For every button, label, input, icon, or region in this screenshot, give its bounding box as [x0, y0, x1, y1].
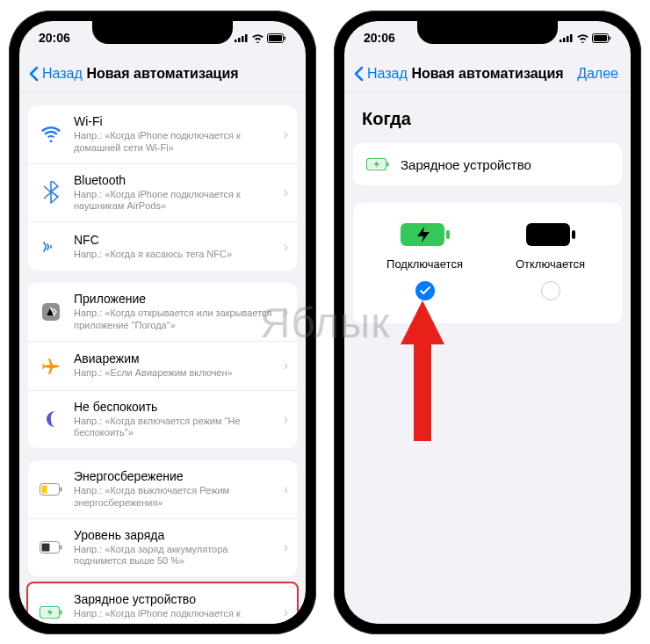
screen-left: 20:06 Назад Новая автоматизация — [19, 21, 306, 624]
nav-bar: Назад Новая автоматизация Далее — [344, 54, 631, 93]
nav-title: Новая автоматизация — [86, 66, 238, 82]
svg-rect-16 — [61, 610, 62, 614]
charger-config: Когда Зарядное устройство Подключается — [344, 93, 631, 624]
batterylevel-icon — [39, 535, 63, 560]
chevron-right-icon: › — [278, 239, 288, 255]
row-sub: Напр.: «Когда включается режим "Не беспо… — [74, 416, 278, 440]
row-wifi[interactable]: Wi-Fi Напр.: «Когда iPhone подключается … — [28, 105, 297, 163]
screen-right: 20:06 Назад Новая автоматизация Далее Ко… — [344, 21, 631, 624]
chevron-left-icon — [353, 66, 364, 82]
notch — [417, 21, 558, 44]
group-battery: Энергосбережение Напр.: «Когда выключает… — [28, 460, 297, 576]
svg-rect-22 — [594, 35, 607, 41]
wifi-icon — [251, 33, 264, 43]
svg-rect-23 — [610, 36, 611, 40]
row-bluetooth[interactable]: Bluetooth Напр.: «Когда iPhone подключае… — [28, 163, 297, 222]
row-sub: Напр.: «Когда выключается Режим энергосб… — [74, 485, 278, 510]
status-time: 20:06 — [364, 31, 395, 45]
row-title: Wi-Fi — [74, 114, 278, 128]
option-label: Отключается — [516, 257, 585, 271]
moon-icon — [39, 407, 63, 431]
row-app[interactable]: Приложение Напр.: «Когда открывается или… — [28, 283, 297, 341]
svg-rect-6 — [285, 36, 286, 40]
svg-rect-28 — [446, 230, 450, 239]
row-sub: Напр.: «Когда заряд аккумулятора подниме… — [74, 544, 278, 568]
phone-right: 20:06 Назад Новая автоматизация Далее Ко… — [334, 11, 641, 634]
back-label: Назад — [367, 66, 408, 82]
svg-rect-18 — [563, 38, 566, 42]
chevron-left-icon — [28, 66, 39, 82]
chevron-right-icon: › — [278, 185, 288, 200]
wifi-icon — [39, 122, 63, 147]
battery-icon — [267, 33, 286, 43]
trigger-label: Зарядное устройство — [401, 157, 531, 172]
lowpower-icon — [39, 477, 63, 502]
option-label: Подключается — [386, 257, 463, 271]
row-sub: Напр.: «Когда iPhone подключается к дома… — [74, 130, 278, 155]
chevron-right-icon: › — [278, 304, 288, 320]
group-connectivity: Wi-Fi Напр.: «Когда iPhone подключается … — [28, 105, 297, 271]
app-icon — [39, 300, 63, 324]
svg-rect-26 — [387, 163, 389, 167]
status-icons — [235, 33, 286, 43]
row-lowpower[interactable]: Энергосбережение Напр.: «Когда выключает… — [28, 460, 297, 518]
options-card: Подключается Отключается — [353, 203, 622, 323]
battery-charging-icon — [400, 222, 451, 247]
wifi-icon — [576, 33, 589, 43]
row-title: Авиарежим — [74, 351, 278, 365]
signal-icon — [235, 33, 249, 42]
status-time: 20:06 — [39, 31, 70, 45]
row-title: Приложение — [74, 292, 278, 306]
charger-icon — [365, 152, 390, 177]
row-title: Bluetooth — [74, 173, 278, 187]
row-charger[interactable]: Зарядное устройство Напр.: «Когда iPhone… — [28, 583, 297, 624]
notch — [92, 21, 233, 44]
status-icons — [560, 33, 611, 43]
radio-unselected[interactable] — [541, 281, 560, 300]
svg-rect-29 — [526, 223, 570, 246]
nfc-icon — [39, 235, 63, 259]
chevron-right-icon: › — [278, 358, 288, 373]
option-disconnect[interactable]: Отключается — [488, 222, 613, 300]
row-nfc[interactable]: NFC Напр.: «Когда я касаюсь тега NFC» › — [28, 221, 297, 271]
row-sub: Напр.: «Когда iPhone подключается к исто… — [74, 608, 278, 624]
svg-rect-9 — [42, 485, 47, 493]
row-sub: Напр.: «Когда я касаюсь тега NFC» — [74, 249, 278, 261]
next-button[interactable]: Далее — [577, 66, 618, 82]
radio-selected[interactable] — [415, 281, 435, 300]
back-button[interactable]: Назад — [28, 66, 83, 82]
svg-rect-10 — [61, 487, 62, 491]
trigger-card: Зарядное устройство — [353, 143, 622, 185]
nav-title: Новая автоматизация — [411, 66, 563, 82]
chevron-right-icon: › — [278, 604, 288, 620]
row-dnd[interactable]: Не беспокоить Напр.: «Когда включается р… — [28, 390, 297, 449]
charger-icon — [39, 600, 63, 624]
row-title: Уровень заряда — [74, 528, 278, 542]
row-title: Зарядное устройство — [74, 592, 278, 606]
section-header: Когда — [344, 93, 631, 136]
trigger-list[interactable]: Wi-Fi Напр.: «Когда iPhone подключается … — [19, 93, 306, 624]
svg-rect-3 — [245, 34, 248, 42]
svg-rect-0 — [235, 40, 237, 42]
row-airplane[interactable]: Авиарежим Напр.: «Если Авиарежим включен… — [28, 341, 297, 390]
option-connect[interactable]: Подключается — [362, 222, 488, 300]
chevron-right-icon: › — [278, 539, 288, 555]
back-label: Назад — [42, 66, 83, 82]
svg-rect-17 — [560, 40, 562, 42]
nav-bar: Назад Новая автоматизация — [19, 54, 306, 93]
phone-left: 20:06 Назад Новая автоматизация — [9, 11, 316, 634]
bluetooth-icon — [39, 180, 63, 205]
svg-rect-1 — [238, 38, 241, 42]
row-batterylevel[interactable]: Уровень заряда Напр.: «Когда заряд аккум… — [28, 518, 297, 577]
chevron-right-icon: › — [278, 481, 288, 497]
group-settings: Приложение Напр.: «Когда открывается или… — [28, 283, 297, 448]
row-sub: Напр.: «Когда iPhone подключается к науш… — [74, 189, 278, 213]
check-icon — [420, 286, 430, 295]
chevron-right-icon: › — [278, 411, 288, 427]
chevron-right-icon: › — [278, 127, 288, 142]
back-button[interactable]: Назад — [353, 66, 408, 82]
svg-rect-5 — [269, 35, 282, 41]
row-charger-highlight: Зарядное устройство Напр.: «Когда iPhone… — [26, 582, 299, 624]
row-title: Не беспокоить — [74, 400, 278, 414]
battery-icon — [592, 33, 611, 43]
